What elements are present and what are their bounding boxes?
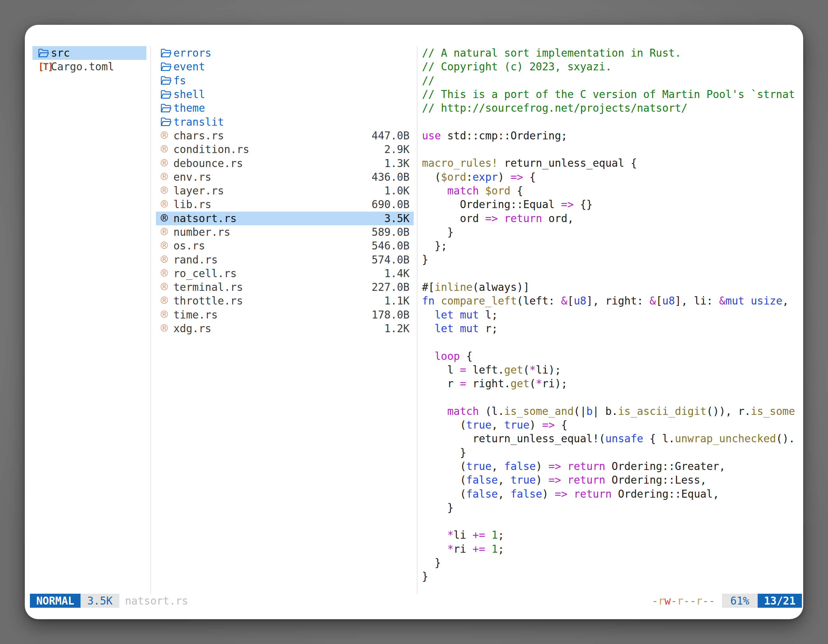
- file-name: theme: [173, 102, 205, 114]
- file-name: chars.rs: [173, 130, 224, 142]
- file-name: rand.rs: [173, 254, 218, 266]
- rust-file-icon: ®: [161, 323, 173, 334]
- file-row-translit[interactable]: translit: [156, 115, 414, 128]
- code-line: [422, 115, 797, 128]
- file-row-terminal.rs[interactable]: ®terminal.rs227.0B: [156, 280, 414, 294]
- file-size: 178.0B: [372, 309, 414, 321]
- code-line: }: [422, 253, 797, 266]
- file-row-lib.rs[interactable]: ®lib.rs690.0B: [156, 197, 414, 211]
- file-name: event: [173, 60, 205, 73]
- yazi-window: src[T]Cargo.toml errorseventfsshelltheme…: [25, 25, 803, 619]
- file-name: os.rs: [173, 240, 205, 252]
- code-line: use std::cmp::Ordering;: [422, 129, 797, 143]
- code-line: [422, 266, 797, 280]
- file-size: 574.0B: [372, 254, 414, 266]
- code-line: match (l.is_some_and(|b| b.is_ascii_digi…: [422, 404, 797, 418]
- code-line: [422, 514, 797, 528]
- folder-open-icon: [161, 90, 173, 99]
- file-row-time.rs[interactable]: ®time.rs178.0B: [156, 308, 414, 322]
- file-row-theme[interactable]: theme: [156, 101, 414, 115]
- code-line: l = left.get(*li);: [422, 363, 797, 377]
- code-line: // http://sourcefrog.net/projects/natsor…: [422, 101, 797, 115]
- file-row-chars.rs[interactable]: ®chars.rs447.0B: [156, 129, 414, 143]
- code-line: fn compare_left(left: &[u8], right: &[u8…: [422, 294, 797, 308]
- file-size: 3.5K: [384, 212, 414, 225]
- folder-open-icon: [161, 117, 173, 127]
- file-row-natsort.rs[interactable]: ®natsort.rs3.5K: [156, 212, 414, 225]
- code-line: // Copyright (c) 2023, sxyazi.: [422, 60, 797, 74]
- code-line: }: [422, 225, 797, 239]
- file-name: shell: [173, 88, 205, 100]
- file-name: terminal.rs: [173, 281, 243, 293]
- file-row-xdg.rs[interactable]: ®xdg.rs1.2K: [156, 322, 414, 335]
- code-line: let mut l;: [422, 308, 797, 322]
- file-name: xdg.rs: [173, 322, 211, 335]
- code-line: (false, false) => return Ordering::Equal…: [422, 487, 797, 501]
- code-line: (true, false) => return Ordering::Greate…: [422, 459, 797, 473]
- code-line: loop {: [422, 349, 797, 363]
- file-name: env.rs: [173, 171, 211, 183]
- file-row-errors[interactable]: errors: [156, 46, 414, 60]
- mode-indicator: NORMAL: [30, 594, 80, 608]
- file-name: time.rs: [173, 309, 218, 321]
- rust-file-icon: ®: [161, 309, 173, 321]
- code-line: ord => return ord,: [422, 212, 797, 225]
- code-line: ($ord:expr) => {: [422, 170, 797, 184]
- code-line: [422, 390, 797, 404]
- rust-file-icon: ®: [161, 144, 173, 155]
- file-row-condition.rs[interactable]: ®condition.rs2.9K: [156, 143, 414, 156]
- file-row-Cargo.toml[interactable]: [T]Cargo.toml: [33, 60, 146, 74]
- current-pane: errorseventfsshellthemetranslit®chars.rs…: [156, 46, 414, 335]
- rust-file-icon: ®: [161, 158, 173, 169]
- file-name: Cargo.toml: [51, 60, 114, 73]
- code-line: let mut r;: [422, 322, 797, 335]
- code-line: }: [422, 446, 797, 459]
- file-name: debounce.rs: [173, 157, 243, 169]
- rust-file-icon: ®: [161, 281, 173, 293]
- file-row-shell[interactable]: shell: [156, 88, 414, 101]
- file-size: 447.0B: [372, 130, 414, 142]
- rust-file-icon: ®: [161, 130, 173, 142]
- toml-file-icon: [T]: [38, 61, 51, 72]
- code-line: return_unless_equal!(unsafe { l.unwrap_u…: [422, 432, 797, 445]
- code-line: match $ord {: [422, 184, 797, 197]
- file-row-ro_cell.rs[interactable]: ®ro_cell.rs1.4K: [156, 266, 414, 280]
- file-name: condition.rs: [173, 143, 249, 155]
- file-size: 2.9K: [384, 143, 414, 155]
- preview-pane[interactable]: // A natural sort implementation in Rust…: [422, 46, 803, 584]
- rust-file-icon: ®: [161, 199, 173, 210]
- status-bar-right: -rw-r--r-- 61% 13/21: [652, 594, 802, 608]
- scroll-percent: 61%: [722, 594, 758, 608]
- code-line: }: [422, 570, 797, 583]
- file-size: 690.0B: [372, 198, 414, 211]
- rust-file-icon: ®: [161, 295, 173, 307]
- code-line: #[inline(always)]: [422, 280, 797, 294]
- file-size: 227.0B: [372, 281, 414, 293]
- file-name: translit: [173, 116, 224, 128]
- file-row-debounce.rs[interactable]: ®debounce.rs1.3K: [156, 156, 414, 170]
- file-name: number.rs: [173, 226, 231, 238]
- file-size: 1.1K: [384, 295, 414, 307]
- file-row-rand.rs[interactable]: ®rand.rs574.0B: [156, 253, 414, 266]
- file-row-number.rs[interactable]: ®number.rs589.0B: [156, 225, 414, 239]
- rust-file-icon: ®: [161, 185, 173, 197]
- file-name: errors: [173, 47, 211, 59]
- file-row-layer.rs[interactable]: ®layer.rs1.0K: [156, 184, 414, 197]
- file-row-os.rs[interactable]: ®os.rs546.0B: [156, 239, 414, 253]
- code-line: [422, 143, 797, 156]
- status-bar: NORMAL 3.5K natsort.rs -rw-r--r-- 61% 13…: [25, 594, 803, 608]
- code-line: (false, true) => return Ordering::Less,: [422, 473, 797, 487]
- file-row-env.rs[interactable]: ®env.rs436.0B: [156, 170, 414, 184]
- file-row-fs[interactable]: fs: [156, 74, 414, 88]
- file-size: 1.0K: [384, 185, 414, 197]
- code-line: Ordering::Equal => {}: [422, 197, 797, 211]
- file-row-throttle.rs[interactable]: ®throttle.rs1.1K: [156, 294, 414, 308]
- desktop-background: src[T]Cargo.toml errorseventfsshelltheme…: [0, 0, 828, 644]
- rust-file-icon: ®: [161, 240, 173, 252]
- pane-divider-left: [150, 46, 151, 594]
- file-row-src[interactable]: src: [33, 46, 146, 60]
- file-size: 1.4K: [384, 267, 414, 280]
- status-bar-left: NORMAL 3.5K natsort.rs: [30, 594, 188, 608]
- folder-open-icon: [161, 62, 173, 72]
- file-row-event[interactable]: event: [156, 60, 414, 74]
